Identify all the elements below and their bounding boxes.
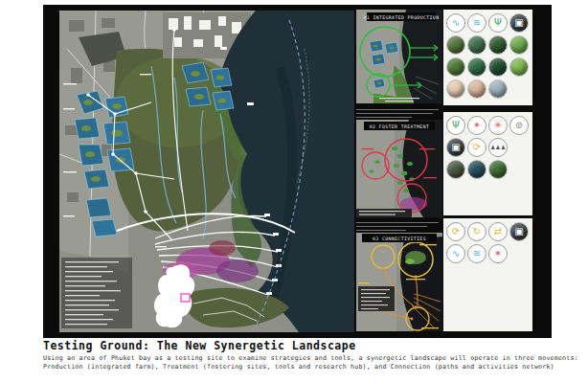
dense-forest-photo-icon xyxy=(488,35,508,55)
map-legend-block xyxy=(61,258,132,328)
mangrove-canopy-photo-icon xyxy=(467,35,486,55)
production-caption-strip xyxy=(356,106,442,121)
activity-cycle-icon: ↻ xyxy=(467,222,486,241)
reef-tank-photo-icon xyxy=(467,160,486,179)
caption-line xyxy=(356,109,439,111)
production-tool-panel: ∿≋Ψ▣ xyxy=(443,10,532,105)
nutrient-cycle-icon: ⟳ xyxy=(467,138,486,157)
survey-camera-icon: ▣ xyxy=(446,138,465,157)
monitoring-camera-icon-glyph: ▣ xyxy=(514,18,523,28)
pier-platform-icon: ≋ xyxy=(467,244,486,263)
coral-nursery-icon: ✳ xyxy=(488,116,508,135)
prawn-photo-icon xyxy=(467,79,486,99)
canopy-photo-icon xyxy=(488,160,508,179)
movement-map-treatment: 02 FOSTER TREATMENT xyxy=(356,120,442,217)
berry-shrub-photo-icon xyxy=(488,57,508,77)
caption-line xyxy=(356,230,406,232)
herb-photo-icon xyxy=(467,57,486,77)
map2-caption-box xyxy=(356,209,412,217)
map1-title: 01 INTEGRATED PRODUCTION xyxy=(364,15,440,20)
page-caption-line-2: Production (integrated farm), Treatment … xyxy=(43,363,554,371)
map3-title: 03 CONNECTIVITIES xyxy=(373,237,426,241)
production-tools-row xyxy=(446,79,530,99)
map2-title: 02 FOSTER TREATMENT xyxy=(370,124,429,129)
boardwalk-network-icon: ∿ xyxy=(446,244,465,263)
route-nodes-icon: ✶ xyxy=(488,244,508,263)
treatment-tool-panel: Ψ✶✳⊚▣⟳♟♟♟ xyxy=(443,112,532,215)
trail-camera-icon-glyph: ▣ xyxy=(514,227,523,237)
caption-line xyxy=(356,222,439,224)
caption-line xyxy=(356,226,427,228)
shrimp-photo-icon xyxy=(446,79,465,99)
mangrove-sapling-icon-glyph: Ψ xyxy=(452,121,460,130)
rotation-network-icon-glyph: ⇄ xyxy=(494,227,502,237)
treatment-caption-strip xyxy=(356,219,442,234)
survey-camera-icon-glyph: ▣ xyxy=(451,143,460,152)
boardwalk-network-icon-glyph: ∿ xyxy=(452,249,460,259)
trail-camera-icon: ▣ xyxy=(509,222,529,241)
production-tools-row xyxy=(446,57,530,77)
caption-line xyxy=(356,113,433,115)
page-title: Testing Ground: The New Synergetic Lands… xyxy=(43,339,356,352)
sediment-trap-icon: ⊚ xyxy=(509,116,529,135)
wetland-cells-icon: ≋ xyxy=(467,13,486,33)
coral-nursery-icon-glyph: ✳ xyxy=(494,121,502,130)
sprout-irrigation-icon: Ψ xyxy=(488,13,508,33)
canal-water-icon-glyph: ∿ xyxy=(452,18,460,28)
wetland-cells-icon-glyph: ≋ xyxy=(473,18,481,28)
poster-board: 01 INTEGRATED PRODUCTION xyxy=(43,5,552,338)
production-tools-row xyxy=(446,35,530,55)
movement-map-connection: 03 CONNECTIVITIES xyxy=(356,233,442,331)
fostering-site-photo-icon xyxy=(446,160,465,179)
paddy-field-photo-icon xyxy=(446,35,465,55)
sprout-irrigation-icon-glyph: Ψ xyxy=(494,18,502,28)
rotation-network-icon: ⇄ xyxy=(488,222,508,241)
loop-path-icon-glyph: ⟳ xyxy=(452,227,460,237)
treatment-tools-row: ▣⟳♟♟♟ xyxy=(446,138,530,157)
connection-tools-row: ⟳↻⇄▣ xyxy=(446,222,530,241)
monitoring-camera-icon: ▣ xyxy=(509,13,529,33)
nutrient-cycle-icon-glyph: ⟳ xyxy=(473,143,481,152)
coral-branch-icon-glyph: ✶ xyxy=(473,121,481,130)
main-testing-ground-map xyxy=(59,11,354,332)
connection-tool-panel: ⟳↻⇄▣∿≋✶ xyxy=(443,218,532,331)
mackerel-photo-icon xyxy=(488,79,508,99)
movement-map-production: 01 INTEGRATED PRODUCTION xyxy=(356,10,442,103)
community-group-icon: ♟♟♟ xyxy=(488,138,508,157)
canal-water-icon: ∿ xyxy=(446,13,465,33)
hub-site-patch-2 xyxy=(405,259,415,264)
route-nodes-icon-glyph: ✶ xyxy=(494,249,502,259)
mangrove-sapling-icon: Ψ xyxy=(446,116,465,135)
coral-patch xyxy=(400,197,427,211)
seedling-photo-icon xyxy=(446,57,465,77)
sediment-trap-icon-glyph: ⊚ xyxy=(515,121,523,130)
connection-tools-row: ∿≋✶ xyxy=(446,244,530,263)
map3-annotation-box xyxy=(358,286,395,311)
activity-cycle-icon-glyph: ↻ xyxy=(473,227,481,237)
production-tools-row: ∿≋Ψ▣ xyxy=(446,13,530,33)
loop-path-icon: ⟳ xyxy=(446,222,465,241)
presentation-board-page: 01 INTEGRATED PRODUCTION xyxy=(0,0,588,383)
community-group-icon-glyph: ♟♟♟ xyxy=(490,145,506,150)
coral-branch-icon: ✶ xyxy=(467,116,486,135)
page-caption-line-1: Using an area of Phuket bay as a testing… xyxy=(43,354,578,362)
fern-photo-icon xyxy=(509,35,529,55)
treatment-tools-row: Ψ✶✳⊚ xyxy=(446,116,530,135)
pier-platform-icon-glyph: ≋ xyxy=(473,249,481,259)
caption-line xyxy=(356,117,412,119)
young-leaves-photo-icon xyxy=(509,57,529,77)
treatment-tools-row xyxy=(446,160,530,179)
